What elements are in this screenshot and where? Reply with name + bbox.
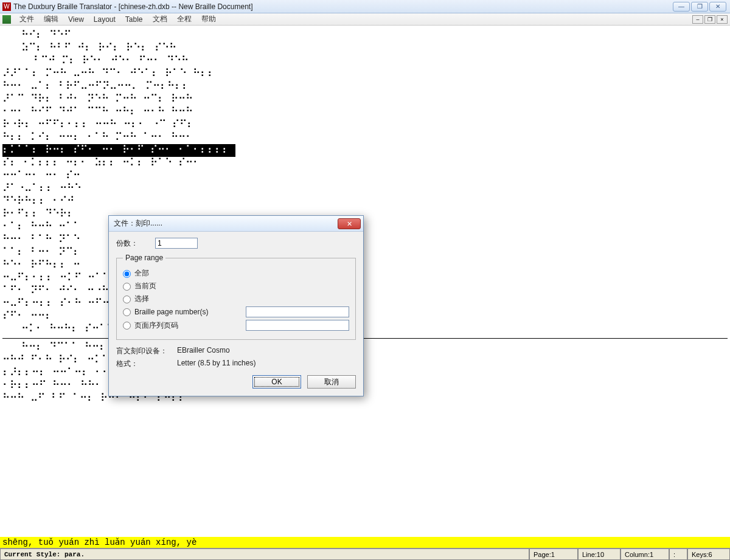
emboss-dialog: 文件：刻印...... ✕ 份数： Page range 全部 当前页 选择 — [108, 215, 364, 396]
menu-document[interactable]: 文档 — [148, 14, 172, 24]
mdi-restore-button[interactable]: ❐ — [704, 15, 715, 24]
sequence-pages-input[interactable] — [246, 320, 349, 331]
mdi-window-controls: – ❐ × — [692, 15, 728, 24]
menu-edit[interactable]: 编辑 — [39, 14, 63, 24]
menu-file[interactable]: 文件 — [15, 14, 39, 24]
page-range-legend: Page range — [123, 254, 165, 262]
device-value: EBrailler Cosmo — [177, 346, 230, 356]
braille-pages-input[interactable] — [246, 306, 349, 317]
menu-table[interactable]: Table — [120, 15, 148, 24]
menu-help[interactable]: 帮助 — [196, 14, 221, 24]
maximize-button[interactable]: ❐ — [691, 2, 708, 12]
status-style: Current Style: para. — [0, 548, 529, 560]
radio-selection[interactable] — [123, 296, 131, 303]
format-label: 格式： — [116, 359, 177, 369]
window-title: The Duxbury Braille Translator - [chines… — [13, 2, 673, 11]
menu-global[interactable]: 全程 — [172, 14, 196, 24]
device-label: 盲文刻印设备： — [116, 346, 177, 356]
status-bar: Current Style: para. Page:1 Line:10 Colu… — [0, 548, 730, 560]
dialog-close-button[interactable]: ✕ — [338, 218, 361, 229]
radio-current-label: 当前页 — [134, 281, 156, 291]
menu-view[interactable]: View — [63, 15, 89, 24]
cancel-button[interactable]: 取消 — [307, 375, 356, 389]
menu-layout[interactable]: Layout — [89, 15, 120, 24]
radio-sequence-pages[interactable] — [123, 322, 131, 330]
dialog-titlebar[interactable]: 文件：刻印...... ✕ — [109, 216, 363, 232]
status-extra: : — [669, 548, 687, 560]
minimize-button[interactable]: — — [673, 2, 690, 12]
status-page: Page:1 — [529, 548, 578, 560]
selected-braille-line[interactable]: ⠆⠅⠁⠁⠆ ⠗⠒⠆ ⠎⠋⠂ ⠒⠂ ⠗⠂⠋ ⠎⠒⠂ ⠂⠁⠂⠆⠆⠆⠆ — [2, 144, 235, 157]
radio-braille-pages[interactable] — [123, 308, 131, 316]
status-column: Column:1 — [620, 548, 669, 560]
close-button[interactable]: ✕ — [709, 2, 726, 12]
dialog-title: 文件：刻印...... — [114, 218, 162, 229]
mdi-minimize-button[interactable]: – — [692, 15, 703, 24]
window-titlebar: W The Duxbury Braille Translator - [chin… — [0, 0, 730, 13]
ok-button[interactable]: OK — [252, 375, 301, 389]
radio-all-label: 全部 — [134, 268, 149, 278]
radio-current[interactable] — [123, 283, 131, 291]
app-icon: W — [2, 2, 11, 11]
menu-bar: 文件 编辑 View Layout Table 文档 全程 帮助 – ❐ × — [0, 13, 730, 26]
format-value: Letter (8.5 by 11 inches) — [177, 359, 255, 369]
radio-all[interactable] — [123, 270, 131, 278]
radio-selection-label: 选择 — [134, 294, 149, 304]
radio-sequence-pages-label: 页面序列页码 — [134, 320, 178, 331]
status-keys: Keys:6 — [687, 548, 730, 560]
page-range-group: Page range 全部 当前页 选择 Braille page number… — [116, 254, 356, 340]
window-controls: — ❐ ✕ — [673, 2, 726, 12]
radio-braille-pages-label: Braille page number(s) — [134, 308, 208, 316]
document-icon — [2, 15, 11, 24]
copies-input[interactable] — [155, 238, 198, 249]
status-line: Line:10 — [578, 548, 620, 560]
mdi-close-button[interactable]: × — [717, 15, 728, 24]
copies-label: 份数： — [116, 238, 155, 249]
dialog-body: 份数： Page range 全部 当前页 选择 Braille page nu… — [109, 232, 363, 396]
translation-bar: shēng, tuǒ yuán zhì luǎn yuán xíng, yè — [0, 537, 730, 548]
